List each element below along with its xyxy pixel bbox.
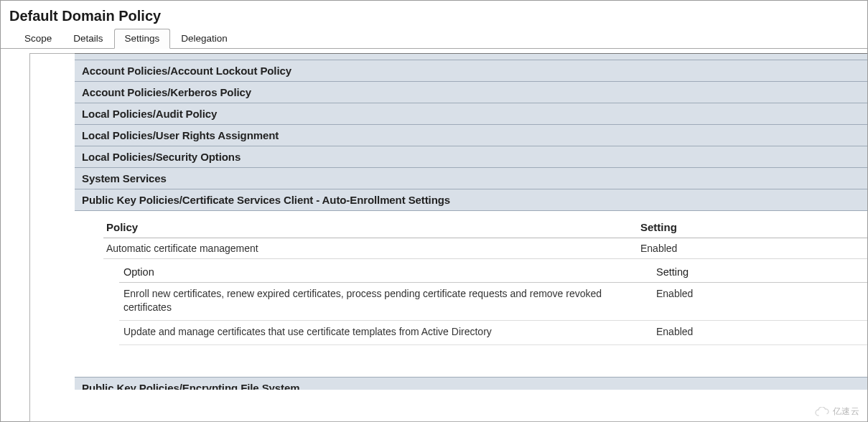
section-kerberos-policy[interactable]: Account Policies/Kerberos Policy <box>75 81 867 103</box>
auto-enrollment-detail: Policy Setting Automatic certificate man… <box>75 211 867 357</box>
tab-details[interactable]: Details <box>62 29 113 48</box>
settings-scroll-area[interactable]: Account Policies/Password Policy Account… <box>29 53 867 422</box>
col-policy-header: Policy <box>103 218 638 238</box>
section-audit-policy[interactable]: Local Policies/Audit Policy <box>75 103 867 125</box>
gpo-editor-window: Default Domain Policy Scope Details Sett… <box>0 0 868 422</box>
settings-panel: Account Policies/Password Policy Account… <box>1 49 867 422</box>
option-name: Update and manage certificates that use … <box>119 320 652 344</box>
section-label: Public Key Policies/Encrypting File Syst… <box>82 382 299 390</box>
table-row: Enroll new certificates, renew expired c… <box>119 283 867 321</box>
section-account-lockout-policy[interactable]: Account Policies/Account Lockout Policy <box>75 60 867 82</box>
section-system-services[interactable]: System Services <box>75 167 867 189</box>
section-label: Local Policies/Security Options <box>82 151 241 163</box>
section-label: Local Policies/User Rights Assignment <box>82 129 279 141</box>
section-label: Account Policies/Account Lockout Policy <box>82 65 291 77</box>
option-table: Option Setting Enroll new certificates, … <box>119 262 867 345</box>
table-header-row: Policy Setting <box>103 218 867 238</box>
policy-setting: Enabled <box>638 238 867 259</box>
option-subsection: Option Setting Enroll new certificates, … <box>103 259 867 345</box>
tab-bar: Scope Details Settings Delegation <box>1 29 867 49</box>
option-setting: Enabled <box>652 320 867 344</box>
tab-delegation[interactable]: Delegation <box>170 29 238 48</box>
section-label: Account Policies/Kerberos Policy <box>82 86 251 98</box>
table-row: Update and manage certificates that use … <box>119 320 867 344</box>
option-name: Enroll new certificates, renew expired c… <box>119 283 652 321</box>
section-label: Local Policies/Audit Policy <box>82 108 217 120</box>
policy-table: Policy Setting Automatic certificate man… <box>103 218 867 259</box>
table-row: Automatic certificate management Enabled <box>103 238 867 259</box>
col-option-header: Option <box>119 262 652 283</box>
policy-name: Automatic certificate management <box>103 238 638 259</box>
tab-settings[interactable]: Settings <box>114 29 171 49</box>
tab-scope[interactable]: Scope <box>14 29 62 48</box>
col-setting-header: Setting <box>638 218 867 238</box>
section-user-rights-assignment[interactable]: Local Policies/User Rights Assignment <box>75 124 867 146</box>
section-label: System Services <box>82 172 167 184</box>
section-label: Public Key Policies/Certificate Services… <box>82 194 450 206</box>
option-setting: Enabled <box>652 283 867 321</box>
section-auto-enrollment[interactable]: Public Key Policies/Certificate Services… <box>75 189 867 211</box>
table-header-row: Option Setting <box>119 262 867 283</box>
page-title: Default Domain Policy <box>1 1 867 29</box>
col-option-setting-header: Setting <box>652 262 867 283</box>
section-encrypting-file-system[interactable]: Public Key Policies/Encrypting File Syst… <box>75 377 867 390</box>
section-security-options[interactable]: Local Policies/Security Options <box>75 146 867 168</box>
